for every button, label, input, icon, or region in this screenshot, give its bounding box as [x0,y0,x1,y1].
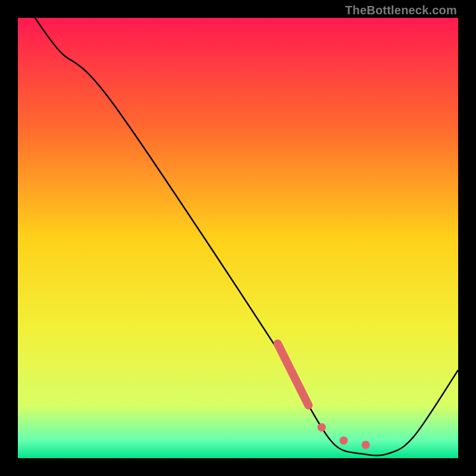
chart-frame: TheBottleneck.com [0,0,476,476]
gradient-background [18,18,458,458]
chart-svg [18,18,458,458]
watermark-text: TheBottleneck.com [345,4,457,17]
plot-area [18,18,458,458]
highlight-dot [318,423,326,431]
highlight-dot [362,441,370,449]
highlight-dot [340,436,348,444]
